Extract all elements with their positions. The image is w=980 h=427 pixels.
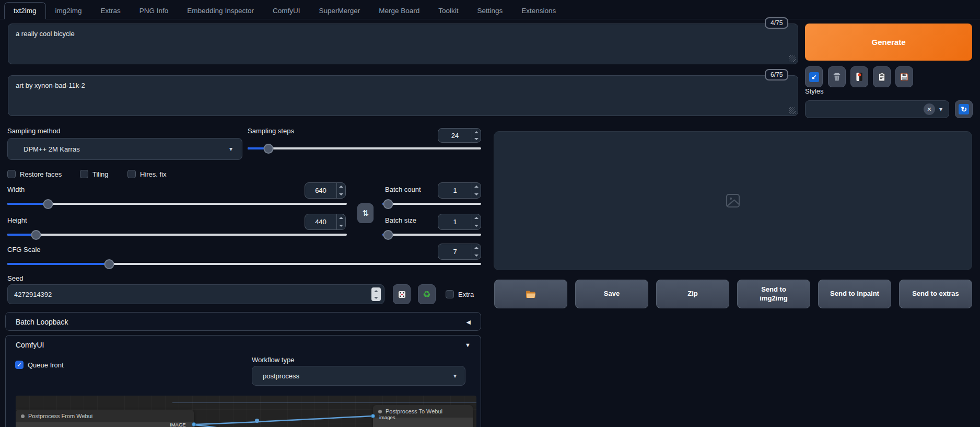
batch-size-number-input[interactable]: 1 bbox=[438, 214, 481, 230]
clear-prompt-button[interactable] bbox=[828, 66, 846, 87]
output-port-label: IMAGE bbox=[170, 422, 186, 427]
cfg-slider[interactable] bbox=[7, 259, 481, 269]
paste-generation-params-button[interactable]: ↙ bbox=[805, 66, 823, 87]
main-tab-bar: txt2img img2img Extras PNG Info Embeddin… bbox=[0, 0, 980, 19]
height-number-input[interactable]: 440 bbox=[305, 214, 346, 230]
cfg-spinner[interactable] bbox=[472, 244, 481, 259]
comfyui-title: ComfyUI bbox=[16, 341, 44, 349]
node-collapse-dot[interactable] bbox=[21, 414, 25, 418]
save-button[interactable]: Save bbox=[575, 280, 648, 308]
open-output-folder-button[interactable] bbox=[494, 280, 567, 308]
cfg-number-input[interactable]: 7 bbox=[438, 244, 481, 260]
batch-size-value: 1 bbox=[438, 214, 472, 229]
save-style-button[interactable] bbox=[895, 66, 913, 87]
styles-dropdown[interactable]: ✕ ▾ bbox=[805, 100, 949, 118]
send-to-inpaint-button[interactable]: Send to inpaint bbox=[818, 280, 891, 308]
tab-extensions[interactable]: Extensions bbox=[512, 2, 565, 19]
send-to-img2img-button[interactable]: Send to img2img bbox=[737, 280, 810, 308]
trash-icon bbox=[832, 72, 842, 82]
batch-size-label: Batch size bbox=[385, 216, 416, 224]
tab-settings[interactable]: Settings bbox=[468, 2, 512, 19]
random-seed-button[interactable] bbox=[393, 284, 411, 304]
input-port-dot[interactable] bbox=[371, 414, 375, 418]
width-slider[interactable] bbox=[7, 199, 347, 209]
batch-loopback-accordion: Batch Loopback ◀ bbox=[5, 312, 481, 331]
result-gallery bbox=[494, 131, 972, 270]
slider-thumb[interactable] bbox=[383, 199, 393, 209]
styles-clear-icon[interactable]: ✕ bbox=[924, 103, 935, 115]
tab-supermerger[interactable]: SuperMerger bbox=[309, 2, 369, 19]
comfyui-header[interactable]: ComfyUI ▼ bbox=[6, 336, 481, 354]
reuse-seed-button[interactable]: ♻ bbox=[418, 284, 436, 304]
image-placeholder-icon bbox=[725, 192, 741, 209]
apply-styles-button[interactable] bbox=[873, 66, 891, 87]
sampling-steps-number-input[interactable]: 24 bbox=[438, 128, 481, 143]
sampling-steps-slider[interactable] bbox=[248, 144, 481, 153]
queue-front-checkbox[interactable]: ✓ bbox=[15, 361, 24, 369]
workflow-type-value: postprocess bbox=[263, 372, 299, 380]
comfyui-graph-canvas[interactable]: Postprocess From Webui IMAGE Postprocess… bbox=[16, 396, 476, 427]
dice-icon bbox=[398, 290, 406, 299]
hires-fix-checkbox[interactable] bbox=[127, 170, 136, 178]
width-value: 640 bbox=[305, 183, 336, 198]
slider-thumb[interactable] bbox=[31, 230, 41, 240]
sampling-steps-spinner[interactable] bbox=[472, 129, 481, 142]
sampling-steps-value: 24 bbox=[438, 129, 472, 142]
height-slider[interactable] bbox=[7, 230, 347, 239]
height-spinner[interactable] bbox=[336, 214, 345, 229]
tab-embedding-inspector[interactable]: Embedding Inspector bbox=[178, 2, 263, 19]
workflow-type-dropdown[interactable]: postprocess ▾ bbox=[252, 366, 465, 386]
send-to-extras-button[interactable]: Send to extras bbox=[899, 280, 972, 308]
tab-merge-board[interactable]: Merge Board bbox=[369, 2, 429, 19]
tab-toolkit[interactable]: Toolkit bbox=[429, 2, 468, 19]
generate-button[interactable]: Generate bbox=[805, 24, 972, 61]
refresh-styles-button[interactable]: ↻ bbox=[955, 100, 973, 118]
batch-count-spinner[interactable] bbox=[472, 183, 481, 198]
node-title: Postprocess To Webui bbox=[386, 408, 442, 414]
batch-count-number-input[interactable]: 1 bbox=[438, 182, 481, 199]
sampling-method-dropdown[interactable]: DPM++ 2M Karras ▾ bbox=[7, 138, 242, 160]
refresh-icon: ↻ bbox=[959, 104, 969, 114]
width-number-input[interactable]: 640 bbox=[305, 182, 346, 199]
swap-dimensions-button[interactable]: ⇅ bbox=[357, 203, 374, 223]
tab-comfyui[interactable]: ComfyUI bbox=[263, 2, 310, 19]
negative-prompt-input[interactable]: art by xynon-bad-11k-2 bbox=[8, 75, 798, 116]
output-port-dot[interactable] bbox=[192, 422, 196, 426]
slider-thumb[interactable] bbox=[264, 144, 274, 154]
swap-arrows-icon: ⇅ bbox=[362, 209, 369, 218]
seed-extra-checkbox[interactable] bbox=[446, 290, 454, 298]
prompt-resize-grip[interactable] bbox=[789, 55, 796, 62]
batch-count-slider[interactable] bbox=[382, 199, 481, 209]
chevron-down-icon: ▾ bbox=[453, 372, 457, 379]
queue-front-label: Queue front bbox=[28, 361, 64, 369]
restore-faces-checkbox[interactable] bbox=[7, 170, 16, 178]
extra-networks-button[interactable] bbox=[850, 66, 868, 87]
tab-img2img[interactable]: img2img bbox=[46, 2, 91, 19]
height-label: Height bbox=[7, 216, 27, 224]
width-spinner[interactable] bbox=[336, 183, 345, 198]
tiling-checkbox[interactable] bbox=[80, 170, 88, 178]
zip-button[interactable]: Zip bbox=[656, 280, 729, 308]
seed-label: Seed bbox=[7, 274, 23, 282]
batch-size-spinner[interactable] bbox=[472, 214, 481, 229]
recycle-icon: ♻ bbox=[423, 289, 430, 300]
seed-extra-label: Extra bbox=[458, 291, 474, 298]
batch-loopback-header[interactable]: Batch Loopback ◀ bbox=[6, 313, 481, 331]
width-label: Width bbox=[7, 186, 25, 193]
batch-size-slider[interactable] bbox=[382, 230, 481, 239]
seed-input[interactable] bbox=[14, 291, 371, 298]
negative-prompt-resize-grip[interactable] bbox=[789, 107, 796, 114]
slider-thumb[interactable] bbox=[104, 259, 114, 269]
seed-input-wrap bbox=[7, 284, 384, 304]
tab-txt2img[interactable]: txt2img bbox=[4, 2, 46, 19]
graph-node-postprocess-from-webui[interactable]: Postprocess From Webui bbox=[16, 410, 194, 427]
seed-spinner[interactable] bbox=[371, 287, 381, 301]
slider-thumb[interactable] bbox=[383, 230, 393, 240]
batch-count-value: 1 bbox=[438, 183, 472, 198]
tab-extras[interactable]: Extras bbox=[91, 2, 130, 19]
tab-png-info[interactable]: PNG Info bbox=[130, 2, 178, 19]
node-collapse-dot[interactable] bbox=[378, 410, 382, 413]
prompt-input[interactable]: a really cool bicycle bbox=[8, 24, 798, 64]
slider-thumb[interactable] bbox=[43, 199, 53, 209]
styles-label: Styles bbox=[805, 87, 823, 95]
